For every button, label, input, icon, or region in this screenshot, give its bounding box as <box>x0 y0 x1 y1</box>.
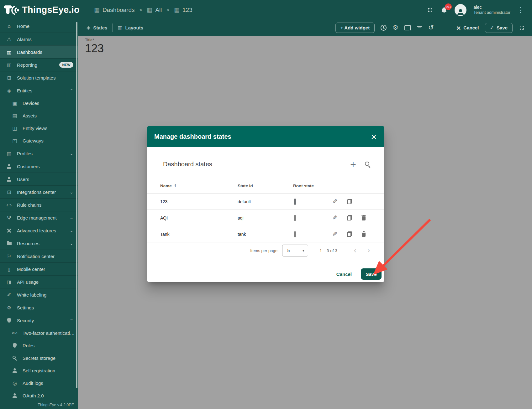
sidebar-item-entities[interactable]: ◈Entities⌃ <box>0 84 78 97</box>
sidebar-item-notification-center[interactable]: ⚐Notification center <box>0 250 78 262</box>
items-per-page-select[interactable]: 5 ▾ <box>282 245 308 256</box>
chevron-down-icon: ⌄ <box>70 215 73 220</box>
delete-state-button[interactable] <box>356 215 371 220</box>
toolbar-save-button[interactable]: ✓ Save <box>485 23 513 33</box>
dialog-cancel-button[interactable]: Cancel <box>331 268 357 280</box>
column-header-name[interactable]: Name↑ <box>160 184 238 188</box>
sidebar-item-oauth-2-0[interactable]: OAuth 2.0 <box>0 389 78 402</box>
sidebar-item-label: Gateways <box>23 138 44 143</box>
root-state-checkbox[interactable] <box>294 231 296 237</box>
logo-mark-icon <box>3 3 20 17</box>
reporting-icon: ▥ <box>6 62 13 68</box>
dialog-close-icon[interactable]: × <box>371 132 377 141</box>
chevron-down-icon: ⌄ <box>70 189 73 194</box>
edit-state-button[interactable]: ✎ <box>328 215 342 221</box>
notifications-bell-icon[interactable]: 99+ <box>440 6 448 13</box>
sidebar-item-solution-templates[interactable]: ⊞Solution templates <box>0 71 78 84</box>
breadcrumb-dashboards[interactable]: ▦ Dashboards <box>94 7 134 13</box>
toolbar-cancel-button[interactable]: × Cancel <box>456 25 479 31</box>
users-icon <box>6 177 13 182</box>
sidebar-item-devices[interactable]: ▣Devices <box>0 97 78 109</box>
next-page-button[interactable]: › <box>367 247 370 254</box>
user-avatar[interactable] <box>455 4 466 16</box>
time-window-icon[interactable] <box>381 25 387 31</box>
sidebar-item-white-labeling[interactable]: ✐White labeling <box>0 288 78 301</box>
sidebar-item-secrets-storage[interactable]: Secrets storage <box>0 352 78 364</box>
sidebar-scrollbar[interactable] <box>76 22 77 388</box>
state-table-row: Tanktank✎ <box>147 226 384 242</box>
sidebar-item-label: Devices <box>23 101 39 106</box>
entity-aliases-devices-icon[interactable] <box>404 25 411 30</box>
state-name-cell: Tank <box>160 232 238 237</box>
kebab-menu-icon[interactable]: ⋮ <box>517 7 524 13</box>
edit-state-button[interactable]: ✎ <box>328 199 342 204</box>
assets-icon: ▤ <box>11 113 18 119</box>
breadcrumb-all[interactable]: ▦ All <box>147 7 162 13</box>
fullscreen-icon[interactable] <box>519 24 525 31</box>
sidebar-item-security[interactable]: Security⌃ <box>0 314 78 327</box>
fullscreen-icon[interactable] <box>427 7 434 13</box>
previous-page-button[interactable]: ‹ <box>354 247 357 254</box>
sidebar-item-mobile-center[interactable]: ▯Mobile center <box>0 262 78 275</box>
sidebar-item-entity-views[interactable]: ◫Entity views <box>0 122 78 134</box>
sidebar-item-self-registration[interactable]: Self registration <box>0 364 78 377</box>
sidebar-item-two-factor-authenticati[interactable]: 2FATwo-factor authenticati… <box>0 327 78 339</box>
user-name: alec <box>473 4 510 10</box>
sidebar-item-advanced-features[interactable]: Advanced features⌄ <box>0 224 78 237</box>
sidebar-item-gateways[interactable]: ◳Gateways <box>0 134 78 147</box>
sidebar-item-label: Settings <box>17 305 34 310</box>
add-state-button[interactable]: + <box>350 160 356 168</box>
sidebar-item-home[interactable]: ⌂Home <box>0 20 78 33</box>
sidebar-item-api-usage[interactable]: ◨API usage <box>0 275 78 288</box>
state-id-cell: tank <box>238 232 293 237</box>
sidebar-item-assets[interactable]: ▤Assets <box>0 109 78 122</box>
version-history-icon[interactable]: ↺ <box>428 24 434 31</box>
sidebar-item-customers[interactable]: Customers <box>0 160 78 173</box>
sidebar-item-label: Alarms <box>17 37 32 42</box>
search-icon[interactable] <box>365 161 371 167</box>
sidebar-item-integrations-center[interactable]: ⊡Integrations center⌄ <box>0 185 78 198</box>
user-menu[interactable]: alec Tenant administrator <box>473 4 510 15</box>
sidebar-item-label: Two-factor authenticati… <box>23 330 75 336</box>
root-state-checkbox[interactable] <box>294 199 296 205</box>
dashboard-settings-gear-icon[interactable]: ⚙ <box>392 24 398 31</box>
column-header-state-id: State Id <box>238 184 293 188</box>
root-state-checkbox[interactable] <box>294 215 296 221</box>
dialog-body: Dashboard states + Name↑ State Id Root s… <box>147 147 384 282</box>
row-actions: ✎ <box>328 215 384 221</box>
sidebar-item-resources[interactable]: Resources⌄ <box>0 237 78 250</box>
filter-icon[interactable] <box>417 26 422 30</box>
dialog-save-button[interactable]: Save <box>361 268 382 280</box>
app-logo[interactable]: ThingsEye.io <box>3 3 80 17</box>
table-section-title: Dashboard states <box>163 161 212 168</box>
duplicate-state-button[interactable] <box>342 199 356 204</box>
sidebar-item-label: Users <box>17 177 29 182</box>
rule-chains-icon: ‹·› <box>6 202 13 208</box>
delete-state-button[interactable] <box>356 231 371 237</box>
sidebar-item-roles[interactable]: Roles <box>0 339 78 352</box>
sidebar-item-alarms[interactable]: ⚠Alarms <box>0 33 78 45</box>
state-name-cell: AQI <box>160 215 238 220</box>
duplicate-state-button[interactable] <box>342 215 356 220</box>
states-button[interactable]: ◈ States <box>87 25 107 30</box>
table-pagination: Items per page: 5 ▾ 1 – 3 of 3 ‹ › <box>147 242 384 259</box>
dashboard-title-value: 123 <box>85 42 104 55</box>
sidebar-item-reporting[interactable]: ▥ReportingNEW <box>0 58 78 71</box>
advanced-features-icon <box>6 228 13 233</box>
sidebar-item-profiles[interactable]: ▧Profiles⌄ <box>0 147 78 160</box>
add-widget-button[interactable]: + Add widget <box>335 23 375 33</box>
sidebar-item-settings[interactable]: ⚙Settings <box>0 301 78 314</box>
breadcrumb-123[interactable]: ▦ 123 <box>174 7 192 13</box>
sidebar-item-audit-logs[interactable]: ◎Audit logs <box>0 377 78 389</box>
dialog-actions: Cancel Save <box>147 259 384 282</box>
notification-count-badge: 99+ <box>445 3 452 10</box>
sidebar-item-rule-chains[interactable]: ‹·›Rule chains <box>0 198 78 211</box>
sidebar-item-users[interactable]: Users <box>0 173 78 185</box>
dashboard-toolbar: ◈ States ▥ Layouts + Add widget ⚙ ↺ × Ca… <box>78 20 532 36</box>
edit-state-button[interactable]: ✎ <box>328 231 342 237</box>
layouts-button[interactable]: ▥ Layouts <box>118 25 143 30</box>
sidebar-item-dashboards[interactable]: ▦Dashboards <box>0 45 78 58</box>
sidebar-item-label: API usage <box>17 279 39 285</box>
duplicate-state-button[interactable] <box>342 231 356 237</box>
sidebar-item-edge-management[interactable]: ΨEdge management⌄ <box>0 211 78 224</box>
